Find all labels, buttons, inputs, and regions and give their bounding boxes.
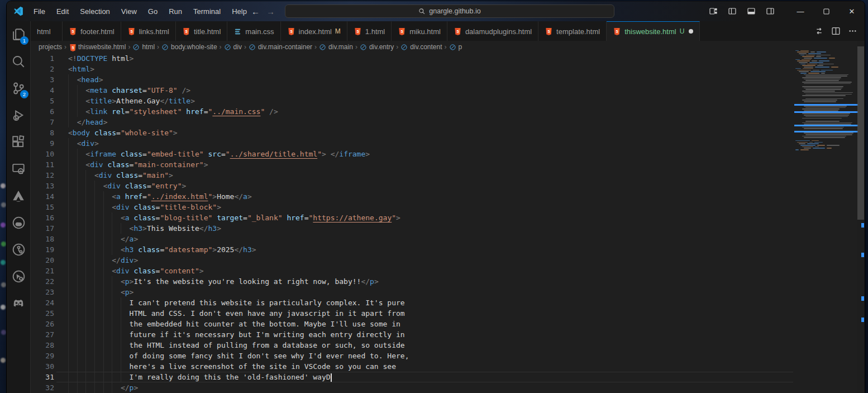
line-number: 17 <box>31 223 54 234</box>
breadcrumb-item-body-whole-site[interactable]: body.whole-site <box>161 43 217 51</box>
titlebar: FileEditSelectionViewGoRunTerminalHelp ←… <box>7 1 865 21</box>
html5-file-icon: 5 <box>613 27 621 36</box>
code-line-6: 6 <link rel="stylesheet" href="../main.c… <box>31 106 793 117</box>
customize-layout-icon[interactable] <box>706 4 721 18</box>
editor-scrollbar[interactable] <box>857 41 865 393</box>
code-line-12: 12 <div class="main"> <box>31 170 793 181</box>
line-number: 29 <box>31 351 54 361</box>
menu-edit[interactable]: Edit <box>52 5 73 18</box>
activitybar-search[interactable] <box>9 53 27 70</box>
code-text: <title>Athene.Gay</title> <box>68 96 195 106</box>
breadcrumb-label: thiswebsite.html <box>78 43 126 51</box>
forward-icon[interactable]: → <box>266 7 275 16</box>
menu-view[interactable]: View <box>117 5 141 18</box>
svg-text:5: 5 <box>616 29 618 33</box>
breadcrumb-item-thiswebsite-html[interactable]: 5thiswebsite.html <box>69 43 126 51</box>
line-number: 18 <box>31 234 54 244</box>
split-editor-icon[interactable] <box>829 25 842 38</box>
code-text: the embedded hit counter at the bottom. … <box>68 319 400 329</box>
line-number: 28 <box>31 340 54 351</box>
menu-go[interactable]: Go <box>144 5 162 18</box>
tab-main-css[interactable]: main.css <box>227 21 280 41</box>
tab-bar: html5footer.html5links.html5title.htmlma… <box>31 21 865 41</box>
code-text: <html> <box>68 64 94 74</box>
code-line-13: 13 <div class="entry"> <box>31 181 793 191</box>
scrollbar-slider[interactable] <box>857 46 864 220</box>
maximize-button[interactable] <box>813 1 839 21</box>
activitybar-run-debug[interactable] <box>9 106 27 124</box>
breadcrumb-item-div-main-container[interactable]: div.main-container <box>249 43 312 51</box>
tab-1-html[interactable]: 51.html <box>347 21 392 41</box>
tab-thiswebsite-html[interactable]: 5thiswebsite.htmlU <box>607 21 700 41</box>
menu-selection[interactable]: Selection <box>75 5 114 18</box>
tab-dalamudplugins-html[interactable]: 5dalamudplugins.html <box>447 21 538 41</box>
more-actions-icon[interactable] <box>846 25 859 38</box>
line-number: 25 <box>31 308 54 319</box>
menu-help[interactable]: Help <box>227 5 251 18</box>
tab-index-html[interactable]: 5index.htmlM <box>281 21 347 41</box>
tab-label: thiswebsite.html <box>624 27 676 36</box>
toggle-secondary-sidebar-icon[interactable] <box>763 4 778 18</box>
toggle-panel-icon[interactable] <box>744 4 759 18</box>
activitybar-gitlens[interactable] <box>9 240 27 258</box>
activitybar-extensions[interactable] <box>9 133 27 151</box>
tab-title-html[interactable]: 5title.html <box>176 21 227 41</box>
explorer-badge: 1 <box>20 36 28 45</box>
activitybar-triangle-a-extension[interactable] <box>9 187 27 205</box>
code-text: <a class="blog-title" target="_blank" hr… <box>68 212 400 223</box>
html5-file-icon: 5 <box>69 27 77 36</box>
activitybar-github[interactable] <box>9 214 27 231</box>
tab-links-html[interactable]: 5links.html <box>121 21 176 41</box>
symbol-icon <box>400 44 408 51</box>
back-icon[interactable]: ← <box>251 7 260 16</box>
activitybar-source-control[interactable]: 2 <box>9 79 27 97</box>
minimap[interactable] <box>794 50 857 150</box>
code-line-5: 5 <title>Athene.Gay</title> <box>31 96 793 106</box>
titlebar-right: ― ✕ <box>706 1 865 21</box>
activitybar-explorer[interactable]: 1 <box>9 26 27 44</box>
line-number: 12 <box>31 170 54 181</box>
menubar: FileEditSelectionViewGoRunTerminalHelp <box>29 5 251 18</box>
symbol-icon <box>449 44 456 51</box>
menu-terminal[interactable]: Terminal <box>189 5 225 18</box>
tab-template-html[interactable]: 5template.html <box>538 21 607 41</box>
breadcrumb-item-projects[interactable]: projects <box>39 43 62 51</box>
line-number: 14 <box>31 191 54 202</box>
minimize-button[interactable]: ― <box>788 1 813 21</box>
toggle-primary-sidebar-icon[interactable] <box>725 4 740 18</box>
line-number: 8 <box>31 127 54 138</box>
breadcrumb-item-p[interactable]: p <box>449 43 462 51</box>
menu-run[interactable]: Run <box>164 5 187 18</box>
tab-footer-html[interactable]: 5footer.html <box>63 21 121 41</box>
breadcrumb-item-div-main[interactable]: div.main <box>319 43 353 51</box>
symbol-icon <box>224 44 231 51</box>
chevron-right-icon: › <box>396 43 398 51</box>
tab-miku-html[interactable]: 5miku.html <box>392 21 447 41</box>
breadcrumb-item-html[interactable]: html <box>132 43 155 51</box>
line-number: 11 <box>31 159 54 170</box>
unsaved-dot-icon[interactable] <box>689 29 693 34</box>
breadcrumb-item-div[interactable]: div <box>224 43 242 51</box>
tab-html[interactable]: html <box>31 21 63 41</box>
source-control-badge: 2 <box>20 90 28 98</box>
svg-text:5: 5 <box>456 29 459 33</box>
scrollbar-decoration <box>861 296 864 301</box>
code-editor[interactable]: 1<!DOCTYPE html>2<html>3 <head>4 <meta c… <box>31 53 865 393</box>
code-text: <div class="main"> <box>68 170 173 181</box>
menu-file[interactable]: File <box>29 5 50 18</box>
code-text: <p>It's the website you're looking at ri… <box>68 276 379 287</box>
activitybar-live-share[interactable] <box>9 267 27 285</box>
code-line-18: 18 </a> <box>31 234 793 244</box>
open-changes-icon[interactable] <box>812 25 826 38</box>
command-center[interactable]: gnargle.github.io <box>285 4 614 18</box>
activitybar-godot-tools[interactable] <box>9 294 27 312</box>
activitybar-remote-explorer[interactable] <box>9 160 27 178</box>
breadcrumb-item-div-entry[interactable]: div.entry <box>360 43 394 51</box>
breadcrumb-label: div.main <box>328 43 353 51</box>
close-button[interactable]: ✕ <box>839 1 865 21</box>
code-text: <div class="entry"> <box>68 181 186 191</box>
symbol-icon <box>161 44 169 51</box>
code-line-28: 28 the HTML instead of pulling from a da… <box>31 340 793 351</box>
html5-file-icon: 5 <box>354 27 362 36</box>
breadcrumb-item-div-content[interactable]: div.content <box>400 43 442 51</box>
